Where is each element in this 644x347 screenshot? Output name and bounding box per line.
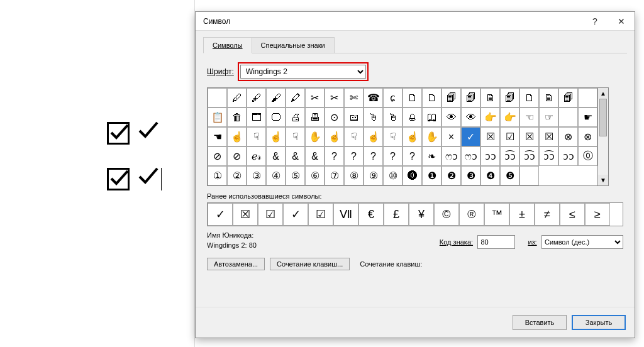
insert-button[interactable]: Вставить <box>513 315 567 330</box>
recent-symbol-cell[interactable]: ¥ <box>409 203 434 226</box>
symbol-cell[interactable]: ⊙ <box>325 107 344 127</box>
code-input[interactable] <box>477 235 515 249</box>
recent-symbol-cell[interactable]: © <box>434 203 459 226</box>
symbol-cell[interactable] <box>558 107 578 127</box>
symbol-cell[interactable]: 🖵 <box>266 107 286 127</box>
symbol-cell[interactable]: ✂ <box>325 88 344 107</box>
symbol-cell[interactable]: ෆɔ <box>441 146 461 166</box>
symbol-cell[interactable]: ෆɔ <box>461 146 480 166</box>
symbol-cell[interactable]: ⑥ <box>305 166 325 185</box>
symbol-cell[interactable]: ☜ <box>519 107 539 127</box>
symbol-cell[interactable]: ☟ <box>247 127 266 146</box>
symbol-cell[interactable]: ? <box>364 146 383 166</box>
symbol-cell[interactable]: 🖱 <box>383 107 402 127</box>
symbol-cell[interactable]: 🗋 <box>422 88 441 107</box>
symbol-cell[interactable]: ☟ <box>286 127 305 146</box>
tab-special[interactable]: Специальные знаки <box>252 37 335 53</box>
symbol-cell[interactable]: × <box>441 127 461 146</box>
symbol-cell[interactable]: ⓿ <box>402 166 422 185</box>
help-button[interactable]: ? <box>582 12 608 31</box>
symbol-cell[interactable]: ⑤ <box>286 166 305 185</box>
symbol-cell[interactable]: ☒ <box>480 127 500 146</box>
symbol-cell[interactable]: 🗎 <box>480 88 500 107</box>
symbol-cell[interactable]: ❺ <box>500 166 519 185</box>
symbol-cell[interactable]: 👁 <box>441 107 461 127</box>
symbol-cell[interactable]: 📋 <box>208 107 227 127</box>
symbol-cell[interactable]: 🗎 <box>539 88 558 107</box>
grid-scrollbar[interactable]: ▲ ▼ <box>598 87 609 186</box>
symbol-cell[interactable]: 🗐 <box>461 88 480 107</box>
recent-symbol-cell[interactable]: £ <box>384 203 409 226</box>
recent-symbol-cell[interactable]: € <box>358 203 384 226</box>
symbol-cell[interactable]: 🖊 <box>227 88 247 107</box>
symbol-cell[interactable]: 🕭 <box>402 107 422 127</box>
symbol-cell[interactable]: 🗑 <box>227 107 247 127</box>
shortcut-button[interactable]: Сочетание клавиш... <box>270 258 350 270</box>
recent-symbol-cell[interactable]: ✓ <box>283 203 308 226</box>
symbol-cell[interactable]: ☞ <box>539 107 558 127</box>
symbol-cell[interactable]: ᴐᴐ <box>480 146 500 166</box>
from-dropdown[interactable]: Символ (дес.) <box>541 235 623 249</box>
symbol-cell[interactable]: 🗐 <box>441 88 461 107</box>
symbol-cell[interactable]: ☟ <box>383 127 402 146</box>
symbol-cell[interactable]: 🕮 <box>422 107 441 127</box>
symbol-cell[interactable]: ☟ <box>344 127 364 146</box>
symbol-cell[interactable] <box>208 88 227 107</box>
symbol-cell[interactable]: ❸ <box>461 166 480 185</box>
symbol-cell[interactable]: ᴐ͡ᴐ <box>539 146 558 166</box>
recent-symbol-cell[interactable]: ™ <box>484 203 509 226</box>
symbol-cell[interactable]: ⊘ <box>208 146 227 166</box>
symbol-cell[interactable]: ☑ <box>500 127 519 146</box>
symbol-cell[interactable]: 🖍 <box>286 88 305 107</box>
symbol-cell[interactable]: ✋ <box>305 127 325 146</box>
symbol-cell[interactable]: ❷ <box>441 166 461 185</box>
symbol-cell[interactable]: ❶ <box>422 166 441 185</box>
symbol-cell[interactable] <box>519 166 539 185</box>
symbol-cell[interactable]: ? <box>402 146 422 166</box>
symbol-cell[interactable]: ✋ <box>422 127 441 146</box>
close-button[interactable]: ✕ <box>608 12 635 31</box>
symbol-cell[interactable]: ☝ <box>266 127 286 146</box>
symbol-cell[interactable]: & <box>286 146 305 166</box>
symbol-cell[interactable]: ☝ <box>402 127 422 146</box>
symbol-cell[interactable]: ✓ <box>461 127 480 146</box>
recent-symbol-cell[interactable]: ® <box>459 203 484 226</box>
recent-symbol-cell[interactable]: ≥ <box>585 203 610 226</box>
symbol-cell[interactable]: 🖶 <box>305 107 325 127</box>
scroll-up-icon[interactable]: ▲ <box>598 88 608 99</box>
recent-symbol-cell[interactable]: ☑ <box>308 203 333 226</box>
symbol-cell[interactable]: ⑨ <box>364 166 383 185</box>
symbol-cell[interactable]: ☝ <box>364 127 383 146</box>
symbol-cell[interactable]: & <box>266 146 286 166</box>
symbol-cell[interactable]: ③ <box>247 166 266 185</box>
symbol-cell[interactable]: ② <box>227 166 247 185</box>
symbol-cell[interactable]: ☚ <box>208 127 227 146</box>
recent-symbol-cell[interactable]: ≠ <box>535 203 560 226</box>
tab-symbols[interactable]: Символы <box>203 37 252 53</box>
symbol-cell[interactable]: ✂ <box>305 88 325 107</box>
close-dialog-button[interactable]: Закрыть <box>572 315 626 330</box>
symbol-cell[interactable]: ☝ <box>325 127 344 146</box>
recent-symbol-cell[interactable]: ☑ <box>258 203 283 226</box>
symbol-cell[interactable]: ☛ <box>578 107 597 127</box>
recent-symbol-cell[interactable]: ☒ <box>233 203 258 226</box>
symbol-cell[interactable]: ❧ <box>422 146 441 166</box>
symbol-cell[interactable]: ⊘ <box>227 146 247 166</box>
symbol-cell[interactable]: ④ <box>266 166 286 185</box>
symbol-cell[interactable]: ɕ <box>383 88 402 107</box>
symbol-cell[interactable]: ᴐɔ <box>558 146 578 166</box>
symbol-cell[interactable]: 🖋 <box>247 88 266 107</box>
symbol-cell[interactable] <box>578 88 597 107</box>
symbol-cell[interactable]: 🗋 <box>519 88 539 107</box>
symbol-cell[interactable]: 🖭 <box>344 107 364 127</box>
recent-symbol-cell[interactable]: ≤ <box>560 203 585 226</box>
symbol-cell[interactable]: 🗐 <box>558 88 578 107</box>
symbol-cell[interactable]: ⑩ <box>383 166 402 185</box>
autocorrect-button[interactable]: Автозамена... <box>207 258 265 270</box>
symbol-cell[interactable]: ℯ𝓇 <box>247 146 266 166</box>
symbol-cell[interactable]: 👁 <box>461 107 480 127</box>
symbol-cell[interactable]: 🖌 <box>266 88 286 107</box>
symbol-cell[interactable]: 🗋 <box>402 88 422 107</box>
symbol-cell[interactable]: ⑦ <box>325 166 344 185</box>
scroll-thumb[interactable] <box>599 99 607 136</box>
